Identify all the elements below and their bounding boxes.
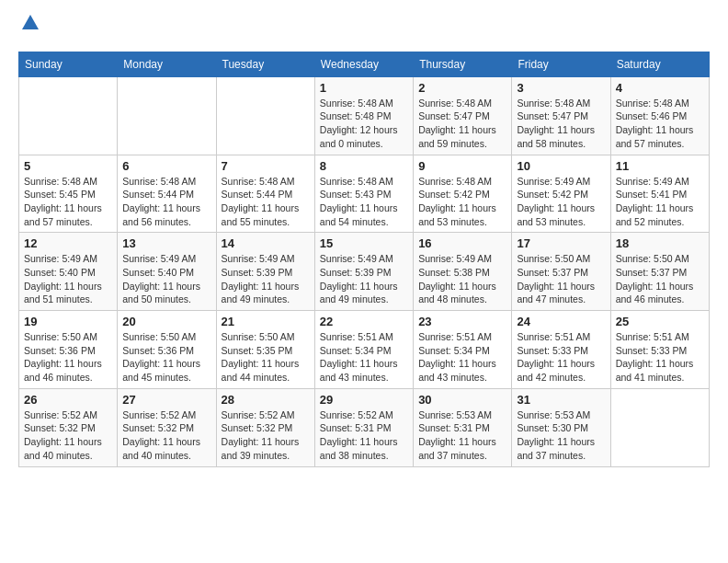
header bbox=[18, 18, 710, 37]
day-cell: 10Sunrise: 5:49 AM Sunset: 5:42 PM Dayli… bbox=[512, 155, 610, 233]
day-cell: 11Sunrise: 5:49 AM Sunset: 5:41 PM Dayli… bbox=[610, 155, 709, 233]
day-number: 25 bbox=[616, 315, 704, 328]
day-info: Sunrise: 5:52 AM Sunset: 5:32 PM Dayligh… bbox=[122, 408, 210, 463]
day-number: 7 bbox=[222, 159, 310, 173]
day-number: 13 bbox=[122, 236, 210, 250]
day-number: 19 bbox=[24, 315, 112, 328]
day-number: 27 bbox=[122, 393, 210, 407]
day-number: 28 bbox=[222, 393, 310, 407]
day-cell: 16Sunrise: 5:49 AM Sunset: 5:38 PM Dayli… bbox=[414, 233, 512, 311]
day-cell: 28Sunrise: 5:52 AM Sunset: 5:32 PM Dayli… bbox=[216, 388, 314, 466]
day-info: Sunrise: 5:50 AM Sunset: 5:37 PM Dayligh… bbox=[616, 252, 704, 306]
day-info: Sunrise: 5:48 AM Sunset: 5:43 PM Dayligh… bbox=[320, 175, 408, 229]
day-info: Sunrise: 5:48 AM Sunset: 5:48 PM Dayligh… bbox=[320, 97, 408, 151]
day-info: Sunrise: 5:52 AM Sunset: 5:31 PM Dayligh… bbox=[320, 408, 408, 463]
day-number: 4 bbox=[616, 81, 704, 95]
weekday-header-wednesday: Wednesday bbox=[314, 52, 413, 76]
day-cell: 19Sunrise: 5:50 AM Sunset: 5:36 PM Dayli… bbox=[19, 311, 118, 389]
day-number: 6 bbox=[122, 159, 210, 173]
day-cell: 7Sunrise: 5:48 AM Sunset: 5:44 PM Daylig… bbox=[216, 155, 314, 233]
day-info: Sunrise: 5:52 AM Sunset: 5:32 PM Dayligh… bbox=[222, 408, 310, 463]
day-cell: 13Sunrise: 5:49 AM Sunset: 5:40 PM Dayli… bbox=[118, 233, 216, 311]
day-cell: 12Sunrise: 5:49 AM Sunset: 5:40 PM Dayli… bbox=[19, 233, 118, 311]
day-info: Sunrise: 5:50 AM Sunset: 5:36 PM Dayligh… bbox=[24, 330, 112, 385]
day-number: 21 bbox=[222, 315, 310, 328]
weekday-header-tuesday: Tuesday bbox=[216, 52, 314, 76]
week-row-1: 1Sunrise: 5:48 AM Sunset: 5:48 PM Daylig… bbox=[19, 76, 710, 155]
day-info: Sunrise: 5:48 AM Sunset: 5:44 PM Dayligh… bbox=[122, 175, 210, 229]
day-cell: 27Sunrise: 5:52 AM Sunset: 5:32 PM Dayli… bbox=[118, 388, 216, 466]
day-cell: 26Sunrise: 5:52 AM Sunset: 5:32 PM Dayli… bbox=[19, 388, 118, 466]
logo bbox=[18, 18, 40, 37]
day-cell bbox=[118, 76, 216, 155]
day-cell: 23Sunrise: 5:51 AM Sunset: 5:34 PM Dayli… bbox=[414, 311, 512, 389]
day-number: 24 bbox=[517, 315, 605, 328]
day-cell: 9Sunrise: 5:48 AM Sunset: 5:42 PM Daylig… bbox=[414, 155, 512, 233]
day-cell: 22Sunrise: 5:51 AM Sunset: 5:34 PM Dayli… bbox=[314, 311, 413, 389]
day-info: Sunrise: 5:48 AM Sunset: 5:42 PM Dayligh… bbox=[418, 175, 506, 229]
day-number: 2 bbox=[418, 81, 506, 95]
weekday-header-sunday: Sunday bbox=[19, 52, 118, 76]
day-info: Sunrise: 5:49 AM Sunset: 5:42 PM Dayligh… bbox=[517, 175, 605, 229]
svg-marker-0 bbox=[22, 15, 39, 29]
day-cell: 8Sunrise: 5:48 AM Sunset: 5:43 PM Daylig… bbox=[314, 155, 413, 233]
day-number: 5 bbox=[24, 159, 112, 173]
day-info: Sunrise: 5:48 AM Sunset: 5:46 PM Dayligh… bbox=[616, 97, 704, 151]
day-cell: 5Sunrise: 5:48 AM Sunset: 5:45 PM Daylig… bbox=[19, 155, 118, 233]
day-number: 8 bbox=[320, 159, 408, 173]
day-cell: 29Sunrise: 5:52 AM Sunset: 5:31 PM Dayli… bbox=[314, 388, 413, 466]
week-row-2: 5Sunrise: 5:48 AM Sunset: 5:45 PM Daylig… bbox=[19, 155, 710, 233]
day-cell bbox=[610, 388, 709, 466]
day-info: Sunrise: 5:48 AM Sunset: 5:47 PM Dayligh… bbox=[517, 97, 605, 151]
day-number: 26 bbox=[24, 393, 112, 407]
day-cell: 18Sunrise: 5:50 AM Sunset: 5:37 PM Dayli… bbox=[610, 233, 709, 311]
day-info: Sunrise: 5:48 AM Sunset: 5:44 PM Dayligh… bbox=[222, 175, 310, 229]
day-number: 17 bbox=[517, 236, 605, 250]
day-number: 14 bbox=[222, 236, 310, 250]
weekday-header-thursday: Thursday bbox=[414, 52, 512, 76]
week-row-5: 26Sunrise: 5:52 AM Sunset: 5:32 PM Dayli… bbox=[19, 388, 710, 466]
week-row-4: 19Sunrise: 5:50 AM Sunset: 5:36 PM Dayli… bbox=[19, 311, 710, 389]
day-cell: 25Sunrise: 5:51 AM Sunset: 5:33 PM Dayli… bbox=[610, 311, 709, 389]
day-info: Sunrise: 5:50 AM Sunset: 5:36 PM Dayligh… bbox=[122, 330, 210, 385]
day-cell: 3Sunrise: 5:48 AM Sunset: 5:47 PM Daylig… bbox=[512, 76, 610, 155]
day-cell: 21Sunrise: 5:50 AM Sunset: 5:35 PM Dayli… bbox=[216, 311, 314, 389]
day-cell: 2Sunrise: 5:48 AM Sunset: 5:47 PM Daylig… bbox=[414, 76, 512, 155]
day-info: Sunrise: 5:53 AM Sunset: 5:30 PM Dayligh… bbox=[517, 408, 605, 463]
day-number: 29 bbox=[320, 393, 408, 407]
day-number: 18 bbox=[616, 236, 704, 250]
day-number: 31 bbox=[517, 393, 605, 407]
weekday-header-monday: Monday bbox=[118, 52, 216, 76]
week-row-3: 12Sunrise: 5:49 AM Sunset: 5:40 PM Dayli… bbox=[19, 233, 710, 311]
day-info: Sunrise: 5:49 AM Sunset: 5:40 PM Dayligh… bbox=[24, 252, 112, 306]
calendar: SundayMondayTuesdayWednesdayThursdayFrid… bbox=[18, 52, 710, 467]
day-info: Sunrise: 5:53 AM Sunset: 5:31 PM Dayligh… bbox=[418, 408, 506, 463]
day-cell bbox=[19, 76, 118, 155]
day-info: Sunrise: 5:49 AM Sunset: 5:39 PM Dayligh… bbox=[222, 252, 310, 306]
day-info: Sunrise: 5:51 AM Sunset: 5:33 PM Dayligh… bbox=[616, 330, 704, 385]
day-info: Sunrise: 5:48 AM Sunset: 5:47 PM Dayligh… bbox=[418, 97, 506, 151]
day-number: 30 bbox=[418, 393, 506, 407]
day-number: 22 bbox=[320, 315, 408, 328]
day-info: Sunrise: 5:52 AM Sunset: 5:32 PM Dayligh… bbox=[24, 408, 112, 463]
day-cell: 6Sunrise: 5:48 AM Sunset: 5:44 PM Daylig… bbox=[118, 155, 216, 233]
day-info: Sunrise: 5:49 AM Sunset: 5:40 PM Dayligh… bbox=[122, 252, 210, 306]
day-info: Sunrise: 5:49 AM Sunset: 5:39 PM Dayligh… bbox=[320, 252, 408, 306]
day-cell: 14Sunrise: 5:49 AM Sunset: 5:39 PM Dayli… bbox=[216, 233, 314, 311]
day-info: Sunrise: 5:48 AM Sunset: 5:45 PM Dayligh… bbox=[24, 175, 112, 229]
weekday-header-saturday: Saturday bbox=[610, 52, 709, 76]
day-info: Sunrise: 5:49 AM Sunset: 5:38 PM Dayligh… bbox=[418, 252, 506, 306]
weekday-header-row: SundayMondayTuesdayWednesdayThursdayFrid… bbox=[19, 52, 710, 76]
day-cell: 17Sunrise: 5:50 AM Sunset: 5:37 PM Dayli… bbox=[512, 233, 610, 311]
day-info: Sunrise: 5:50 AM Sunset: 5:35 PM Dayligh… bbox=[222, 330, 310, 385]
logo-icon bbox=[20, 13, 40, 33]
day-cell: 30Sunrise: 5:53 AM Sunset: 5:31 PM Dayli… bbox=[414, 388, 512, 466]
day-cell: 4Sunrise: 5:48 AM Sunset: 5:46 PM Daylig… bbox=[610, 76, 709, 155]
day-info: Sunrise: 5:51 AM Sunset: 5:34 PM Dayligh… bbox=[320, 330, 408, 385]
day-number: 3 bbox=[517, 81, 605, 95]
day-number: 1 bbox=[320, 81, 408, 95]
day-number: 10 bbox=[517, 159, 605, 173]
day-number: 16 bbox=[418, 236, 506, 250]
weekday-header-friday: Friday bbox=[512, 52, 610, 76]
day-cell: 24Sunrise: 5:51 AM Sunset: 5:33 PM Dayli… bbox=[512, 311, 610, 389]
